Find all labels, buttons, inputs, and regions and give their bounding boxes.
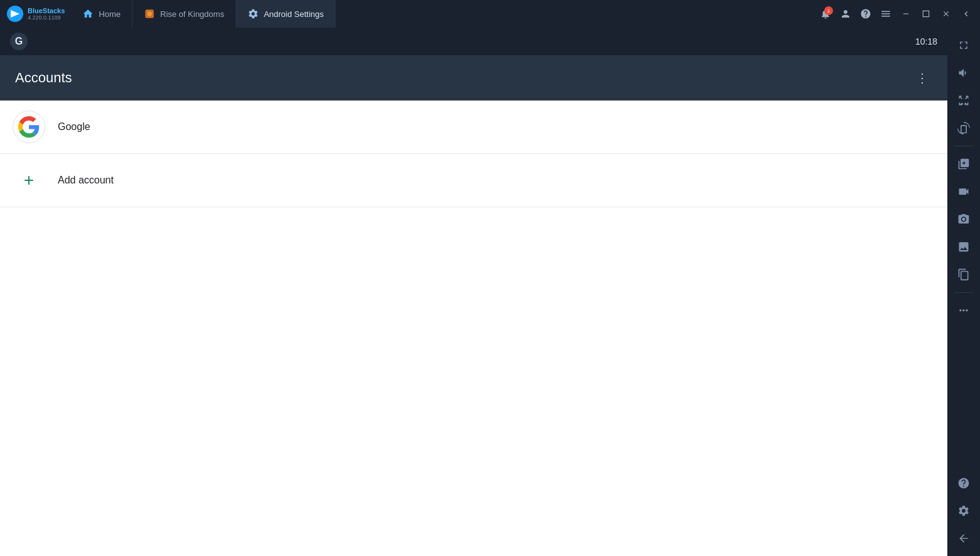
add-account-icon: +: [13, 164, 45, 197]
accounts-list: Google + Add account: [0, 101, 947, 556]
sidebar-record-button[interactable]: [951, 179, 976, 204]
bluestacks-logo: BlueStacks 4.220.0.1109: [0, 5, 71, 23]
sidebar-divider-2: [954, 292, 973, 293]
tab-rise-of-kingdoms-label: Rise of Kingdoms: [160, 9, 224, 19]
tab-android-settings-label: Android Settings: [264, 9, 324, 19]
tab-home-label: Home: [99, 9, 121, 19]
android-content: Accounts ⋮: [0, 55, 947, 556]
minimize-button[interactable]: [897, 5, 915, 23]
emulator-area: G 10:18 Accounts ⋮: [0, 28, 947, 556]
tab-home[interactable]: Home: [71, 0, 133, 28]
sidebar-help-button[interactable]: [951, 471, 976, 496]
sidebar-back-arrow-button[interactable]: [951, 526, 976, 551]
sidebar-expand-button[interactable]: [951, 33, 976, 58]
sidebar-divider-1: [954, 146, 973, 146]
account-button[interactable]: [837, 5, 854, 23]
titlebar-controls: 1: [812, 5, 980, 23]
sidebar-settings-button[interactable]: [951, 498, 976, 523]
sidebar-fullscreen-button[interactable]: [951, 88, 976, 113]
google-logo: [13, 111, 45, 143]
sidebar-back-button[interactable]: [957, 5, 975, 23]
main-area: G 10:18 Accounts ⋮: [0, 28, 980, 556]
settings-header: Accounts ⋮: [0, 55, 947, 101]
close-button[interactable]: [937, 5, 955, 23]
maximize-button[interactable]: [917, 5, 935, 23]
bluestacks-version: 4.220.0.1109: [28, 14, 65, 21]
sidebar-media-button[interactable]: [951, 234, 976, 259]
help-button[interactable]: [857, 5, 874, 23]
titlebar: BlueStacks 4.220.0.1109 Home Rise of Kin…: [0, 0, 980, 28]
tab-android-settings[interactable]: Android Settings: [236, 0, 335, 28]
sidebar-camera-button[interactable]: [951, 207, 976, 232]
plus-icon: +: [24, 172, 34, 189]
add-account-label: Add account: [58, 175, 114, 186]
add-account-item[interactable]: + Add account: [0, 154, 947, 207]
sidebar-screenshot-button[interactable]: [951, 151, 976, 177]
tab-bar: Home Rise of Kingdoms Android Settings: [71, 0, 812, 28]
bluestacks-title: BlueStacks: [28, 7, 65, 14]
google-account-item[interactable]: Google: [0, 101, 947, 154]
sidebar-more-button[interactable]: [951, 298, 976, 323]
notification-button[interactable]: 1: [817, 5, 834, 23]
settings-title: Accounts: [15, 70, 72, 86]
sidebar-rotate-button[interactable]: [951, 116, 976, 141]
tab-rise-of-kingdoms[interactable]: Rise of Kingdoms: [133, 0, 236, 28]
right-sidebar: [947, 28, 980, 556]
sidebar-copy-button[interactable]: [951, 262, 976, 287]
menu-button[interactable]: [877, 5, 895, 23]
svg-point-3: [147, 11, 152, 16]
emulator-topbar: G 10:18: [0, 28, 947, 55]
notification-badge: 1: [824, 6, 833, 15]
settings-more-button[interactable]: ⋮: [912, 68, 932, 88]
google-account-label: Google: [58, 121, 90, 133]
sidebar-volume-button[interactable]: [951, 60, 976, 85]
emulator-g-icon: G: [10, 33, 28, 50]
emulator-time: 10:18: [915, 36, 937, 46]
